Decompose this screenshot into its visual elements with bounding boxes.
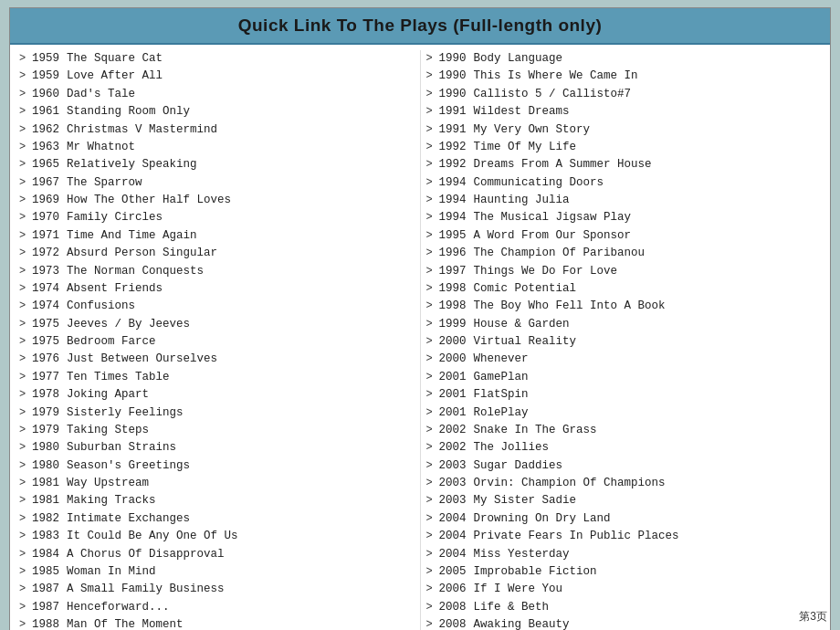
play-title[interactable]: Woman In Mind: [67, 563, 156, 581]
table-row[interactable]: > 1973 The Norman Conquests: [19, 263, 415, 280]
play-title[interactable]: GamePlan: [474, 369, 529, 386]
table-row[interactable]: > 2004 Drowning On Dry Land: [426, 510, 822, 528]
play-title[interactable]: Comic Potential: [474, 280, 577, 298]
table-row[interactable]: > 1994 Communicating Doors: [426, 174, 822, 192]
play-title[interactable]: Way Upstream: [67, 475, 149, 492]
table-row[interactable]: > 1992 Time Of My Life: [426, 139, 822, 156]
play-title[interactable]: Body Language: [474, 50, 563, 68]
play-title[interactable]: The Norman Conquests: [67, 263, 204, 280]
play-title[interactable]: Man Of The Moment: [67, 616, 184, 630]
play-title[interactable]: Making Tracks: [67, 492, 156, 509]
table-row[interactable]: > 1995 A Word From Our Sponsor: [426, 227, 822, 245]
table-row[interactable]: > 1991 Wildest Dreams: [426, 103, 822, 121]
table-row[interactable]: > 1994 Haunting Julia: [426, 192, 822, 209]
play-title[interactable]: The Sparrow: [67, 174, 142, 192]
play-title[interactable]: This Is Where We Came In: [474, 68, 638, 85]
table-row[interactable]: > 1963 Mr Whatnot: [19, 139, 415, 156]
table-row[interactable]: > 1980 Season's Greetings: [19, 457, 415, 475]
table-row[interactable]: > 1959 Love After All: [19, 68, 415, 85]
table-row[interactable]: > 1976 Just Between Ourselves: [19, 351, 415, 368]
play-title[interactable]: Sisterly Feelings: [67, 404, 184, 422]
table-row[interactable]: > 2001 FlatSpin: [426, 386, 822, 404]
play-title[interactable]: Christmas V Mastermind: [67, 121, 217, 139]
table-row[interactable]: > 2002 Snake In The Grass: [426, 422, 822, 439]
table-row[interactable]: > 2004 Private Fears In Public Places: [426, 528, 822, 545]
play-title[interactable]: The Champion Of Paribanou: [474, 245, 646, 262]
play-title[interactable]: Taking Steps: [67, 422, 149, 439]
play-title[interactable]: Absurd Person Singular: [67, 245, 217, 262]
table-row[interactable]: > 1970 Family Circles: [19, 209, 415, 226]
play-title[interactable]: The Square Cat: [67, 50, 163, 68]
table-row[interactable]: > 1999 House & Garden: [426, 316, 822, 333]
table-row[interactable]: > 1991 My Very Own Story: [426, 121, 822, 139]
table-row[interactable]: > 1998 The Boy Who Fell Into A Book: [426, 298, 822, 315]
play-title[interactable]: Miss Yesterday: [474, 546, 570, 563]
play-title[interactable]: Time Of My Life: [474, 139, 577, 156]
play-title[interactable]: Bedroom Farce: [67, 333, 156, 351]
play-title[interactable]: Things We Do For Love: [474, 263, 618, 280]
play-title[interactable]: It Could Be Any One Of Us: [67, 528, 238, 545]
play-title[interactable]: RolePlay: [474, 404, 529, 422]
play-title[interactable]: Family Circles: [67, 209, 163, 226]
play-title[interactable]: Just Between Ourselves: [67, 351, 217, 368]
table-row[interactable]: > 2006 If I Were You: [426, 581, 822, 598]
play-title[interactable]: Jeeves / By Jeeves: [67, 316, 190, 333]
play-title[interactable]: A Chorus Of Disapproval: [67, 546, 225, 563]
table-row[interactable]: > 1992 Dreams From A Summer House: [426, 156, 822, 173]
table-row[interactable]: > 2003 Orvin: Champion Of Champions: [426, 475, 822, 492]
play-title[interactable]: Dad's Tale: [67, 86, 135, 103]
play-title[interactable]: The Boy Who Fell Into A Book: [474, 298, 666, 315]
play-title[interactable]: If I Were You: [474, 581, 563, 598]
table-row[interactable]: > 1990 This Is Where We Came In: [426, 68, 822, 85]
table-row[interactable]: > 1974 Absent Friends: [19, 280, 415, 298]
table-row[interactable]: > 2000 Whenever: [426, 351, 822, 368]
table-row[interactable]: > 2008 Life & Beth: [426, 599, 822, 616]
table-row[interactable]: > 2008 Awaking Beauty: [426, 616, 822, 630]
table-row[interactable]: > 1965 Relatively Speaking: [19, 156, 415, 173]
play-title[interactable]: How The Other Half Loves: [67, 192, 231, 209]
play-title[interactable]: Suburban Strains: [67, 439, 176, 457]
table-row[interactable]: > 1990 Callisto 5 / Callisto#7: [426, 86, 822, 103]
play-title[interactable]: Improbable Fiction: [474, 563, 597, 581]
play-title[interactable]: The Jollies: [474, 439, 550, 457]
table-row[interactable]: > 1983 It Could Be Any One Of Us: [19, 528, 415, 545]
play-title[interactable]: Haunting Julia: [474, 192, 570, 209]
play-title[interactable]: Sugar Daddies: [474, 457, 563, 475]
table-row[interactable]: > 1975 Bedroom Farce: [19, 333, 415, 351]
table-row[interactable]: > 1960 Dad's Tale: [19, 86, 415, 103]
table-row[interactable]: > 2003 Sugar Daddies: [426, 457, 822, 475]
play-title[interactable]: Joking Apart: [67, 386, 149, 404]
table-row[interactable]: > 1959 The Square Cat: [19, 50, 415, 68]
play-title[interactable]: House & Garden: [474, 316, 570, 333]
play-title[interactable]: Life & Beth: [474, 599, 550, 616]
table-row[interactable]: > 1987 Henceforward...: [19, 599, 415, 616]
play-title[interactable]: Henceforward...: [67, 599, 170, 616]
play-title[interactable]: Private Fears In Public Places: [474, 528, 679, 545]
play-title[interactable]: Dreams From A Summer House: [474, 156, 652, 173]
play-title[interactable]: Mr Whatnot: [67, 139, 135, 156]
play-title[interactable]: Communicating Doors: [474, 174, 604, 192]
table-row[interactable]: > 1972 Absurd Person Singular: [19, 245, 415, 262]
table-row[interactable]: > 1971 Time And Time Again: [19, 227, 415, 245]
table-row[interactable]: > 1997 Things We Do For Love: [426, 263, 822, 280]
table-row[interactable]: > 1977 Ten Times Table: [19, 369, 415, 386]
table-row[interactable]: > 2002 The Jollies: [426, 439, 822, 457]
play-title[interactable]: The Musical Jigsaw Play: [474, 209, 632, 226]
play-title[interactable]: FlatSpin: [474, 386, 529, 404]
play-title[interactable]: Whenever: [474, 351, 529, 368]
play-title[interactable]: Intimate Exchanges: [67, 510, 190, 528]
table-row[interactable]: > 1985 Woman In Mind: [19, 563, 415, 581]
table-row[interactable]: > 1982 Intimate Exchanges: [19, 510, 415, 528]
play-title[interactable]: Wildest Dreams: [474, 103, 570, 121]
table-row[interactable]: > 1975 Jeeves / By Jeeves: [19, 316, 415, 333]
table-row[interactable]: > 1961 Standing Room Only: [19, 103, 415, 121]
table-row[interactable]: > 2001 GamePlan: [426, 369, 822, 386]
play-title[interactable]: Confusions: [67, 298, 135, 315]
table-row[interactable]: > 1980 Suburban Strains: [19, 439, 415, 457]
table-row[interactable]: > 1979 Sisterly Feelings: [19, 404, 415, 422]
table-row[interactable]: > 1979 Taking Steps: [19, 422, 415, 439]
play-title[interactable]: My Sister Sadie: [474, 492, 577, 509]
table-row[interactable]: > 1988 Man Of The Moment: [19, 616, 415, 630]
table-row[interactable]: > 1962 Christmas V Mastermind: [19, 121, 415, 139]
play-title[interactable]: Callisto 5 / Callisto#7: [474, 86, 632, 103]
